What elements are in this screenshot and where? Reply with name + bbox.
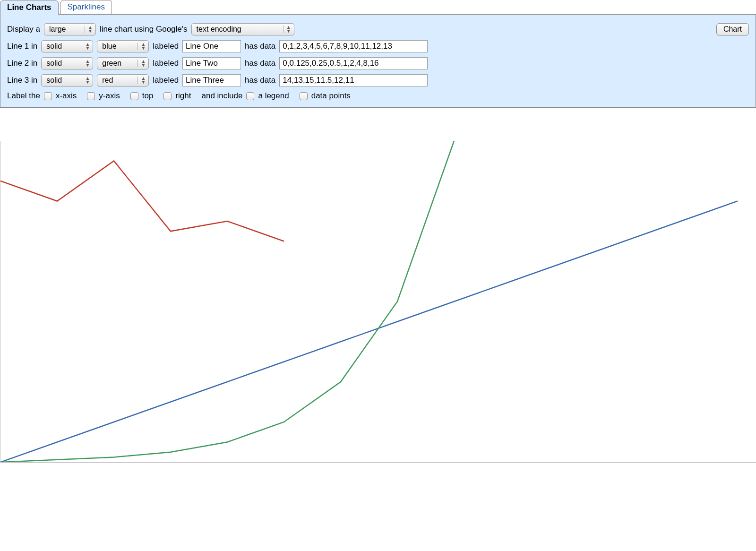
tab-line-charts[interactable]: Line Charts <box>0 0 59 15</box>
chevron-updown-icon: ▲▼ <box>82 77 90 84</box>
label-line3: Line 3 in <box>7 76 37 85</box>
select-encoding-value: text encoding <box>197 25 241 34</box>
label-line1: Line 1 in <box>7 42 37 51</box>
chevron-updown-icon: ▲▼ <box>137 77 146 84</box>
chart-area <box>0 141 756 463</box>
select-line1-style[interactable]: solid ▲▼ <box>41 40 93 52</box>
label-line2: Line 2 in <box>7 59 37 68</box>
label-labeled: labeled <box>153 42 179 51</box>
chart-series-line-one <box>0 201 738 463</box>
label-labeled: labeled <box>153 59 179 68</box>
tabstrip: Line Charts Sparklines <box>0 0 756 14</box>
label-legend: a legend <box>258 91 289 101</box>
row-display: Display a large ▲▼ line chart using Goog… <box>7 23 749 35</box>
chevron-updown-icon: ▲▼ <box>85 26 93 33</box>
label-andinclude: and include <box>201 91 242 101</box>
input-line2-data[interactable] <box>279 57 428 69</box>
label-hasdata: has data <box>245 76 275 85</box>
chevron-updown-icon: ▲▼ <box>82 60 90 67</box>
checkbox-xaxis[interactable] <box>44 92 52 100</box>
select-size[interactable]: large ▲▼ <box>44 23 96 35</box>
label-labeled: labeled <box>153 76 179 85</box>
chart-series-line-two <box>0 141 454 462</box>
select-line3-color[interactable]: red ▲▼ <box>97 74 149 86</box>
checkbox-right[interactable] <box>163 92 172 100</box>
input-line2-label[interactable] <box>182 57 241 69</box>
select-line2-style[interactable]: solid ▲▼ <box>41 57 93 69</box>
row-axis-options: Label the x-axis y-axis top right and in… <box>7 91 749 101</box>
input-line1-data[interactable] <box>279 40 428 52</box>
label-display: Display a <box>7 25 40 34</box>
chart-button[interactable]: Chart <box>716 23 749 35</box>
input-line3-data[interactable] <box>279 74 428 86</box>
line-chart <box>0 141 738 462</box>
chart-series-line-three <box>0 161 284 241</box>
select-line1-color[interactable]: blue ▲▼ <box>97 40 149 52</box>
row-line-2: Line 2 in solid ▲▼ green ▲▼ labeled has … <box>7 57 749 69</box>
label-datapoints: data points <box>311 91 351 101</box>
select-line2-color[interactable]: green ▲▼ <box>97 57 149 69</box>
label-yaxis: y-axis <box>99 91 120 101</box>
label-top: top <box>142 91 154 101</box>
checkbox-datapoints[interactable] <box>300 92 308 100</box>
select-size-value: large <box>49 25 66 34</box>
label-right: right <box>175 91 191 101</box>
select-line3-style[interactable]: solid ▲▼ <box>41 74 93 86</box>
chevron-updown-icon: ▲▼ <box>137 60 146 67</box>
chevron-updown-icon: ▲▼ <box>137 43 146 50</box>
tab-sparklines[interactable]: Sparklines <box>60 0 112 14</box>
label-labelthe: Label the <box>7 91 40 101</box>
label-hasdata: has data <box>245 59 275 68</box>
chevron-updown-icon: ▲▼ <box>283 26 291 33</box>
checkbox-legend[interactable] <box>246 92 254 100</box>
label-midtext: line chart using Google's <box>100 25 188 34</box>
row-line-3: Line 3 in solid ▲▼ red ▲▼ labeled has da… <box>7 74 749 86</box>
row-line-1: Line 1 in solid ▲▼ blue ▲▼ labeled has d… <box>7 40 749 52</box>
label-hasdata: has data <box>245 42 275 51</box>
checkbox-top[interactable] <box>130 92 138 100</box>
input-line3-label[interactable] <box>182 74 241 86</box>
controls-panel: Display a large ▲▼ line chart using Goog… <box>0 14 756 108</box>
input-line1-label[interactable] <box>182 40 241 52</box>
chevron-updown-icon: ▲▼ <box>82 43 90 50</box>
label-xaxis: x-axis <box>56 91 77 101</box>
select-encoding[interactable]: text encoding ▲▼ <box>191 23 294 35</box>
checkbox-yaxis[interactable] <box>87 92 95 100</box>
